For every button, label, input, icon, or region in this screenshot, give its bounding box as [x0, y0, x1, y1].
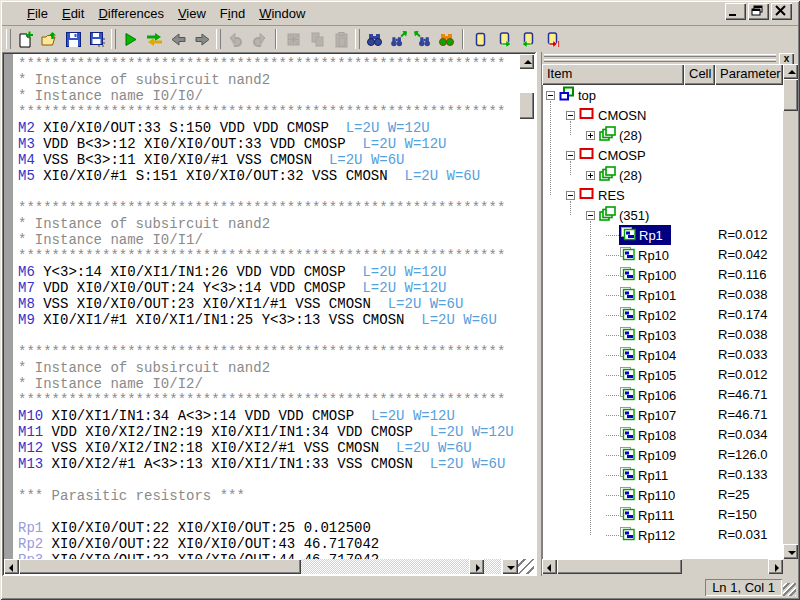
find-in-files-button[interactable]	[434, 28, 458, 50]
expand-icon[interactable]	[586, 171, 595, 180]
goto-first-diff-button[interactable]	[468, 28, 492, 50]
scroll-right-button[interactable]	[469, 559, 484, 574]
redo-button[interactable]	[247, 28, 271, 50]
tree-row-Rp10[interactable]: Rp10R=0.042	[542, 245, 783, 265]
goto-next-diff-button[interactable]	[492, 28, 516, 50]
tree-row-Rp103[interactable]: Rp103R=0.038	[542, 325, 783, 345]
tree-row-Rp106[interactable]: Rp106R=46.71	[542, 385, 783, 405]
tree-row-Rp11[interactable]: Rp11R=0.133	[542, 465, 783, 485]
menu-item-differences[interactable]: Differences	[91, 3, 171, 24]
run-comparison-button[interactable]	[118, 28, 142, 50]
editor-text-segment: ****************************************…	[18, 200, 505, 216]
tree-row-Rp109[interactable]: Rp109R=126.0	[542, 445, 783, 465]
editor-line: M9 XI0/XI1/#1 XI0/XI1/IN1:25 Y<3>:13 VSS…	[18, 312, 519, 328]
menu-item-edit[interactable]: Edit	[55, 3, 91, 24]
menu-item-view[interactable]: View	[171, 3, 213, 24]
tree-row-Rp111[interactable]: Rp111R=150	[542, 505, 783, 525]
editor-text[interactable]: ****************************************…	[13, 54, 519, 559]
scroll-left-button[interactable]	[542, 559, 557, 574]
undo-button[interactable]	[223, 28, 247, 50]
scroll-up-button[interactable]	[519, 54, 534, 69]
find-next-button[interactable]	[386, 28, 410, 50]
resistor-icon	[619, 346, 635, 364]
tree-row-CMOSP[interactable]: CMOSP	[542, 145, 783, 165]
save-button[interactable]	[61, 28, 85, 50]
column-header-cell[interactable]: Cell	[684, 64, 715, 85]
column-header-parameter[interactable]: Parameter	[715, 64, 783, 85]
tree-row-CMOSN[interactable]: CMOSN	[542, 105, 783, 125]
tree-row-Rp110[interactable]: Rp110R=25	[542, 485, 783, 505]
tree-row-Rp112[interactable]: Rp112R=0.031	[542, 525, 783, 545]
tree-row-Rp100[interactable]: Rp100R=0.116	[542, 265, 783, 285]
menu-item-window[interactable]: Window	[252, 3, 312, 24]
tree-connector	[606, 275, 619, 276]
menu-item-file[interactable]: File	[20, 3, 55, 24]
goto-last-diff-button[interactable]	[540, 28, 564, 50]
next-difference-button[interactable]	[190, 28, 214, 50]
scrollbar-track[interactable]	[783, 64, 798, 559]
tree-row-top[interactable]: top	[542, 85, 783, 105]
open-file-button[interactable]	[37, 28, 61, 50]
scrollbar-thumb[interactable]	[783, 79, 798, 111]
scroll-left-button[interactable]	[4, 559, 19, 574]
minimize-button[interactable]	[725, 3, 746, 20]
delete-button[interactable]	[281, 28, 305, 50]
panel-grab-bar[interactable]: x	[542, 52, 798, 64]
editor-line: ****************************************…	[18, 104, 519, 120]
hierarchy-tree[interactable]: topCMOSN(28)CMOSP(28)RES(351)Rp1R=0.012R…	[542, 85, 783, 559]
tree-row-Rp101[interactable]: Rp101R=0.038	[542, 285, 783, 305]
editor-margin	[4, 54, 13, 559]
tree-row-RES[interactable]: RES	[542, 185, 783, 205]
rerun-comparison-button[interactable]	[142, 28, 166, 50]
find-button[interactable]	[362, 28, 386, 50]
find-previous-button[interactable]	[410, 28, 434, 50]
collapse-icon[interactable]	[546, 91, 555, 100]
restore-button[interactable]	[748, 3, 769, 20]
tree-row-Rp104[interactable]: Rp104R=0.033	[542, 345, 783, 365]
column-header-item[interactable]: Item	[542, 64, 684, 85]
collapse-icon[interactable]	[566, 191, 575, 200]
previous-difference-button[interactable]	[166, 28, 190, 50]
toolbar-gripper[interactable]	[216, 29, 221, 49]
panel-vertical-scrollbar[interactable]	[783, 64, 798, 559]
tree-row-Rp102[interactable]: Rp102R=0.174	[542, 305, 783, 325]
scrollbar-thumb[interactable]	[19, 559, 301, 574]
save-all-button[interactable]	[85, 28, 109, 50]
new-file-button[interactable]	[13, 28, 37, 50]
collapse-icon[interactable]	[566, 111, 575, 120]
tree-row-351[interactable]: (351)	[542, 205, 783, 225]
scroll-up-button[interactable]	[783, 64, 798, 79]
toolbar-gripper[interactable]	[6, 29, 11, 49]
selected-tree-item[interactable]: Rp1	[619, 225, 671, 245]
editor-resize-grip[interactable]	[518, 559, 534, 574]
netlist-editor[interactable]: ****************************************…	[2, 52, 536, 576]
goto-prev-diff-button[interactable]	[516, 28, 540, 50]
paste-button[interactable]	[329, 28, 353, 50]
scroll-down-button[interactable]	[783, 544, 798, 559]
scrollbar-track[interactable]	[519, 69, 534, 559]
tree-row-Rp105[interactable]: Rp105R=0.012	[542, 365, 783, 385]
tree-row-Rp1[interactable]: Rp1R=0.012	[542, 225, 783, 245]
scrollbar-thumb[interactable]	[519, 92, 534, 119]
copy-button[interactable]	[305, 28, 329, 50]
menu-item-find[interactable]: Find	[213, 3, 252, 24]
collapse-icon[interactable]	[586, 211, 595, 220]
editor-vertical-scrollbar[interactable]	[519, 54, 534, 559]
expand-icon[interactable]	[586, 131, 595, 140]
window-resize-grip[interactable]	[783, 583, 796, 596]
scrollbar-thumb[interactable]	[557, 559, 682, 574]
tree-row-28[interactable]: (28)	[542, 165, 783, 185]
tree-row-Rp108[interactable]: Rp108R=0.034	[542, 425, 783, 445]
close-button[interactable]	[771, 3, 792, 20]
toolbar-gripper[interactable]	[355, 29, 360, 49]
scroll-right-button[interactable]	[768, 559, 783, 574]
tree-row-28[interactable]: (28)	[542, 125, 783, 145]
tree-indent	[542, 185, 566, 205]
collapse-icon[interactable]	[566, 151, 575, 160]
editor-horizontal-scrollbar[interactable]	[4, 559, 501, 574]
toolbar-gripper[interactable]	[111, 29, 116, 49]
panel-horizontal-scrollbar[interactable]	[542, 559, 783, 574]
parameter-value: R=0.174	[718, 307, 768, 322]
tree-row-Rp107[interactable]: Rp107R=46.71	[542, 405, 783, 425]
scroll-down-button[interactable]	[502, 559, 518, 574]
